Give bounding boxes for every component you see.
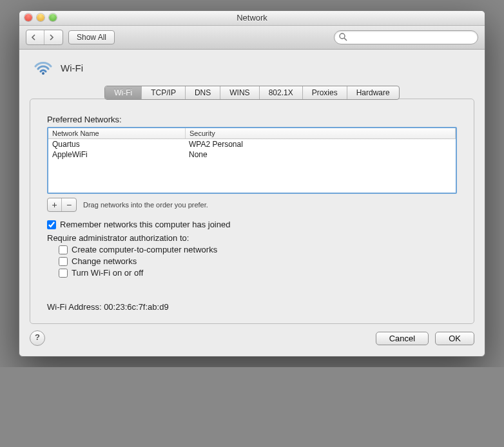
cell-security: None	[185, 149, 456, 160]
admin-change-checkbox[interactable]	[59, 257, 68, 266]
table-row[interactable]: Quartus WPA2 Personal	[48, 139, 456, 149]
tab-dns[interactable]: DNS	[186, 86, 220, 99]
cell-security: WPA2 Personal	[185, 139, 456, 149]
tab-wifi[interactable]: Wi-Fi	[105, 86, 142, 99]
tab-proxies[interactable]: Proxies	[303, 86, 347, 99]
wifi-address-value: 00:23:6c:7f:ab:d9	[104, 302, 168, 312]
toolbar: Show All	[19, 26, 485, 50]
preferred-networks-label: Preferred Networks:	[47, 115, 457, 124]
chevron-right-icon	[48, 34, 55, 41]
body: Wi-Fi Wi-Fi TCP/IP DNS WINS 802.1X Proxi…	[19, 50, 485, 356]
svg-point-0	[340, 33, 345, 39]
admin-change-option[interactable]: Change networks	[59, 256, 457, 266]
cell-network-name: AppleWiFi	[48, 149, 185, 160]
wifi-icon	[34, 60, 53, 75]
admin-change-label: Change networks	[72, 256, 137, 266]
remember-networks-checkbox[interactable]	[47, 220, 56, 229]
window-title: Network	[19, 11, 485, 25]
search-field	[334, 30, 478, 44]
preferred-networks-table[interactable]: Network Name Security Quartus WPA2 Perso…	[47, 127, 457, 194]
panel-title: Wi-Fi	[61, 62, 83, 73]
admin-create-option[interactable]: Create computer-to-computer networks	[59, 245, 457, 254]
options: Remember networks this computer has join…	[47, 220, 457, 278]
back-button[interactable]	[26, 30, 44, 44]
svg-line-1	[344, 38, 347, 41]
tab-bar: Wi-Fi TCP/IP DNS WINS 802.1X Proxies Har…	[30, 86, 474, 100]
tab-hardware[interactable]: Hardware	[347, 86, 399, 99]
tab-tcpip[interactable]: TCP/IP	[142, 86, 186, 99]
svg-point-2	[42, 72, 44, 75]
admin-create-label: Create computer-to-computer networks	[72, 245, 217, 254]
col-network-name[interactable]: Network Name	[48, 128, 186, 138]
forward-button[interactable]	[44, 30, 63, 44]
search-input[interactable]	[334, 30, 478, 44]
cell-network-name: Quartus	[48, 139, 185, 149]
table-row[interactable]: AppleWiFi None	[48, 149, 456, 160]
admin-create-checkbox[interactable]	[59, 245, 68, 254]
show-all-button[interactable]: Show All	[68, 30, 115, 44]
panel-header: Wi-Fi	[30, 57, 474, 83]
ok-button[interactable]: OK	[435, 332, 474, 345]
drag-hint: Drag networks into the order you prefer.	[83, 201, 208, 209]
close-icon[interactable]	[24, 14, 32, 21]
wifi-address: Wi-Fi Address: 00:23:6c:7f:ab:d9	[47, 302, 457, 312]
zoom-icon[interactable]	[49, 14, 57, 21]
admin-toggle-checkbox[interactable]	[59, 269, 68, 278]
add-remove-row: + − Drag networks into the order you pre…	[47, 198, 457, 212]
add-network-button[interactable]: +	[48, 198, 62, 211]
remember-networks-label: Remember networks this computer has join…	[60, 220, 230, 229]
remove-network-button[interactable]: −	[62, 198, 76, 211]
table-header: Network Name Security	[48, 128, 456, 139]
cancel-button[interactable]: Cancel	[376, 332, 429, 345]
admin-toggle-label: Turn Wi-Fi on or off	[72, 268, 143, 278]
col-security[interactable]: Security	[186, 128, 456, 138]
admin-auth-label: Require administrator authorization to:	[47, 233, 457, 243]
search-icon	[338, 32, 347, 41]
admin-toggle-option[interactable]: Turn Wi-Fi on or off	[59, 268, 457, 278]
tab-wins[interactable]: WINS	[220, 86, 259, 99]
preferences-window: Network Show All	[19, 10, 485, 357]
traffic-lights	[24, 14, 57, 21]
chevron-left-icon	[30, 34, 37, 41]
tab-8021x[interactable]: 802.1X	[260, 86, 303, 99]
minimize-icon[interactable]	[37, 14, 44, 21]
wifi-sheet: Preferred Networks: Network Name Securit…	[30, 99, 474, 324]
wifi-address-label: Wi-Fi Address:	[47, 302, 102, 312]
remember-networks-option[interactable]: Remember networks this computer has join…	[47, 220, 457, 229]
footer: ? Cancel OK	[30, 330, 474, 346]
nav-back-forward	[26, 30, 63, 45]
help-button[interactable]: ?	[30, 330, 45, 346]
titlebar: Network	[19, 11, 485, 26]
add-remove-segment: + −	[47, 198, 77, 212]
